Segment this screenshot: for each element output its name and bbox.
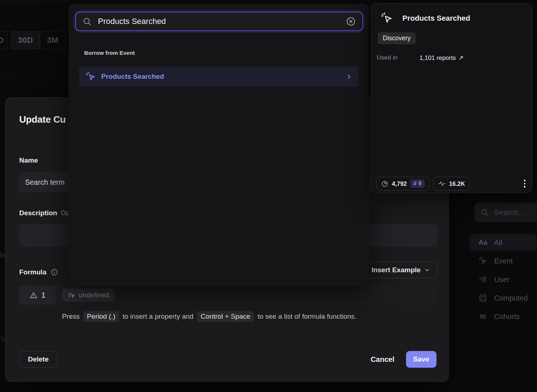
sidebar-item-user[interactable]: User: [470, 271, 537, 288]
property-search-dropdown: Products Searched Borrow from Event Prod…: [69, 4, 369, 286]
tag-discovery[interactable]: Discovery: [378, 32, 416, 44]
search-icon: [82, 17, 92, 26]
sidebar-item-label: Computed: [494, 294, 528, 302]
query-count-value: 4,792: [392, 180, 407, 187]
property-chip-label: undefined: [79, 291, 109, 299]
hint-text: Press: [62, 313, 80, 320]
formula-gutter: 1: [19, 286, 56, 305]
sidebar-search-input[interactable]: Search...: [475, 203, 537, 222]
backdrop-divider-mid: [0, 78, 69, 78]
formula-label-text: Formula: [19, 268, 46, 276]
used-in-link[interactable]: 1,101 reports ↗: [419, 54, 463, 62]
hint-text: to insert a property and: [123, 313, 193, 320]
sidebar-item-all[interactable]: Aa All: [470, 234, 537, 251]
overlay-search-value: Products Searched: [98, 17, 340, 26]
chevron-down-icon: [424, 267, 430, 273]
sidebar-item-label: Event: [494, 257, 513, 265]
panel-header: Products Searched: [381, 12, 470, 24]
panel-title: Products Searched: [402, 14, 470, 23]
app-screen: D 30D 3M lay 5 Search... Aa All Event: [0, 0, 537, 392]
calculator-icon: [478, 294, 488, 302]
dialog-actions: Cancel Save: [370, 351, 436, 368]
volume-pill[interactable]: 16.2K: [433, 177, 470, 191]
save-button[interactable]: Save: [406, 351, 436, 368]
search-result-label: Products Searched: [101, 73, 340, 81]
time-range-button-3m[interactable]: 3M: [40, 31, 65, 49]
activity-icon: [438, 180, 446, 188]
formula-hint: Press Period (.) to insert a property an…: [62, 311, 356, 322]
sidebar-item-computed[interactable]: Computed: [470, 290, 537, 306]
warning-count: 1: [41, 291, 45, 299]
query-count-pill[interactable]: 4,792 # 9: [376, 177, 430, 191]
panel-stats-row: 4,792 # 9 16.2K: [376, 177, 528, 191]
sidebar-item-label: All: [494, 238, 502, 247]
event-icon: [478, 257, 488, 265]
text-type-icon: Aa: [478, 238, 488, 246]
kbd-period: Period (.): [83, 311, 119, 322]
more-options-icon[interactable]: [522, 177, 528, 190]
cancel-button[interactable]: Cancel: [370, 355, 394, 364]
sidebar-item-cohorts[interactable]: Cohorts: [470, 308, 537, 325]
hint-text: to see a list of formula functions.: [258, 313, 356, 320]
volume-value: 16.2K: [449, 180, 465, 187]
formula-editor-row: 1 undefined: [19, 286, 437, 305]
external-link-icon: ↗: [458, 54, 463, 62]
formula-input[interactable]: undefined: [56, 286, 437, 305]
insert-example-label: Insert Example: [372, 266, 421, 274]
description-label-text: Description: [19, 209, 57, 217]
cohorts-icon: [478, 312, 488, 321]
rank-badge: # 9: [410, 179, 425, 188]
clear-icon[interactable]: [346, 16, 356, 26]
backdrop-divider-top: [0, 1, 69, 1]
borrow-from-event-section-label: Borrow from Event: [84, 50, 135, 56]
pie-chart-icon: [381, 180, 389, 188]
search-icon: [480, 208, 489, 217]
info-icon[interactable]: [50, 268, 58, 276]
property-icon: [68, 291, 75, 299]
formula-label: Formula: [19, 268, 58, 276]
sidebar-item-label: User: [494, 275, 509, 284]
used-in-value: 1,101 reports: [419, 54, 456, 62]
insert-example-button[interactable]: Insert Example: [364, 262, 437, 278]
sidebar-search-placeholder: Search...: [494, 208, 525, 217]
property-chip[interactable]: undefined: [62, 289, 115, 302]
user-icon: [478, 275, 488, 284]
chevron-right-icon: [346, 74, 352, 80]
time-range-button-partial[interactable]: D: [0, 31, 7, 49]
sidebar-item-event[interactable]: Event: [470, 253, 537, 269]
used-in-label: Used in: [377, 54, 419, 62]
event-icon: [381, 12, 393, 24]
dialog-title: Update Cu: [19, 114, 66, 125]
used-in-row: Used in 1,101 reports ↗: [377, 54, 463, 62]
time-range-button-30d[interactable]: 30D: [11, 31, 40, 49]
name-input-value: Search term: [25, 178, 65, 187]
event-icon: [86, 72, 96, 82]
search-result-products-searched[interactable]: Products Searched: [79, 66, 358, 87]
delete-button[interactable]: Delete: [19, 351, 57, 368]
kbd-control-space: Control + Space: [197, 311, 254, 322]
name-label: Name: [19, 156, 38, 164]
backdrop-text-fragment: 5: [1, 335, 5, 344]
sidebar-item-label: Cohorts: [494, 313, 520, 321]
event-details-panel: Products Searched Discovery Used in 1,10…: [371, 3, 532, 193]
overlay-search-input[interactable]: Products Searched: [75, 12, 363, 31]
warning-icon: [29, 291, 38, 299]
